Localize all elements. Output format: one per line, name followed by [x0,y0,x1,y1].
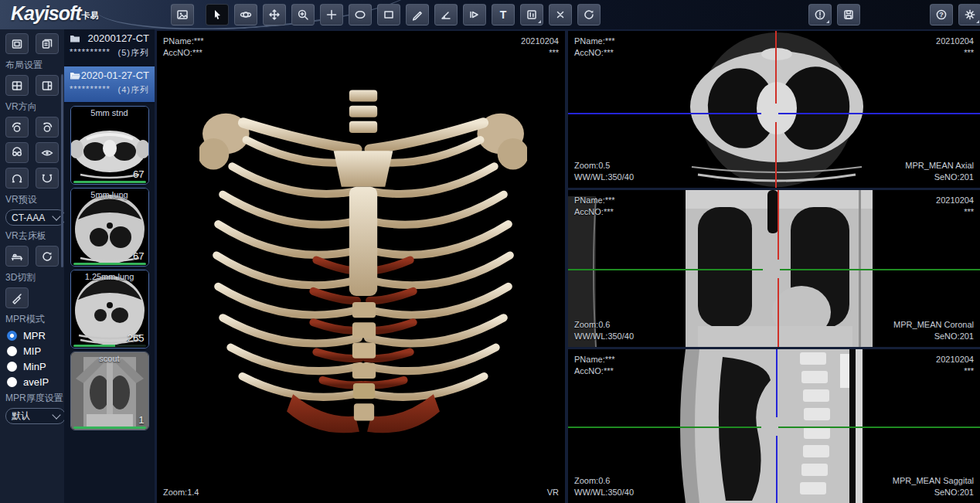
head-bottom-icon [40,172,54,185]
scout-thumbnail-image [71,352,148,430]
crosshair-icon [325,8,338,21]
rect-roi-tool-button[interactable] [377,4,400,25]
layout-1-2-button[interactable] [36,75,59,96]
sagittal-horizontal-reference-line[interactable] [568,427,761,428]
help-button[interactable]: ? [930,4,953,25]
rotate-3d-tool-button[interactable] [234,4,257,25]
crosshair-tool-button[interactable] [320,4,343,25]
mpr-thickness-label: MPR厚度设置 [5,392,64,405]
pan-tool-button[interactable] [263,4,286,25]
arrow-annotation-tool-button[interactable] [463,4,486,25]
text-annotation-tool-button[interactable]: T [492,4,515,25]
head-top-icon [10,172,24,185]
mpr-coronal-viewport[interactable]: PName:***AccNO:*** 20210204*** Zoom:0.6W… [568,190,980,347]
vr-preset-select[interactable]: CT-AAA [5,209,66,226]
sidebar-scrollbar[interactable] [61,74,63,267]
axial-vertical-reference-line[interactable] [775,122,777,188]
study-title: 20200127-CT [88,32,150,44]
study-series-count: (5)序列 [118,47,149,59]
zoom-text: Zoom:0.6 [574,319,634,331]
radio-icon [7,362,17,372]
radio-icon [7,377,17,387]
series-thumbnail-5mm-lung[interactable]: 5mm lung 67 [70,188,149,267]
wwwl-text: WW/WL:350/40 [574,331,634,342]
mpr-mode-radio-minp[interactable]: MinP [7,361,64,372]
study-patient-masked: ********** [70,47,111,59]
axial-horizontal-reference-line[interactable] [568,113,761,114]
radio-label: MIP [23,345,41,357]
radio-icon [7,346,17,356]
study-item-2-selected[interactable]: 2020-01-27-CT **********(4)序列 [64,66,155,104]
study-item-1[interactable]: 20200127-CT **********(5)序列 [64,29,155,66]
mpr-mode-radio-mpr[interactable]: MPR [7,330,64,342]
gear-icon [964,8,976,21]
restore-bed-button[interactable] [36,246,59,267]
mpr-mode-radio-mip[interactable]: MIP [7,345,64,357]
ellipse-roi-tool-button[interactable] [349,4,372,25]
mpr-thickness-value: 默认 [12,410,30,423]
wwwl-text: WW/WL:350/40 [574,172,634,183]
3d-cut-label: 3D切割 [5,271,64,284]
coronal-horizontal-reference-line[interactable] [568,269,763,270]
save-button[interactable] [837,4,860,25]
sagittal-vertical-reference-line[interactable] [776,436,778,503]
vr-view-posterior-button[interactable] [36,142,59,163]
accno-text: AccNO:*** [574,206,615,218]
reset-view-tool-button[interactable] [577,4,601,25]
series-thumbnail-125mm-lung[interactable]: 1.25mm lung 265 [70,270,149,348]
settings-button[interactable] [958,4,980,25]
coronal-vertical-reference-line[interactable] [778,190,779,260]
rotate-3d-icon [240,8,252,21]
remove-bed-button[interactable] [5,246,29,267]
mpr-sagittal-viewport[interactable]: PName:***AccNO:*** 20210204*** Zoom:0.6W… [568,349,980,503]
mpr-thickness-select[interactable]: 默认 [5,408,66,424]
ellipse-icon [354,8,366,21]
series-label-text: MPR_MEAN Saggital [893,475,974,487]
folder-icon [70,34,80,43]
vr-viewport[interactable]: PName:***AccNO:*** 20210204*** Zoom:1.4 … [157,31,565,503]
pname-text: PName:*** [574,36,615,47]
sagittal-vertical-reference-line[interactable] [776,349,778,417]
thumbnail-image-number: 1 [138,414,144,426]
vr-view-rotate-left-button[interactable] [5,117,29,138]
zoom-tool-button[interactable] [291,4,315,25]
axial-series-overlay: MPR_MEAN AxialSeNO:201 [905,160,974,183]
series-thumbnail-scout[interactable]: scout 1 [70,352,149,430]
axial-vertical-reference-line[interactable] [775,31,777,104]
vr-view-anterior-button[interactable] [5,142,29,163]
mpr-mode-radio-aveip[interactable]: aveIP [7,376,64,388]
eye-icon [40,146,54,160]
sagittal-horizontal-reference-line[interactable] [778,427,980,428]
left-control-sidebar: 布局设置 VR方向 VR预设 CT-AAA VR去床板 3D切割 MPR模式 [0,29,64,503]
mpr-axial-viewport[interactable]: PName:***AccNO:*** 20210204*** Zoom:0.5W… [568,31,980,188]
vr-zoom-overlay: Zoom:1.4 [163,487,199,498]
coronal-horizontal-reference-line[interactable] [780,269,980,270]
series-thumbnail-5mm-stnd[interactable]: 5mm stnd 67 [70,106,149,185]
thumbnail-image-number: 265 [128,332,145,344]
vr-preset-value: CT-AAA [12,212,45,223]
cursor-tool-button[interactable] [206,4,229,25]
layout-preset-a-button[interactable] [5,33,29,54]
layout-2x2-button[interactable] [5,75,29,96]
axial-horizontal-reference-line[interactable] [778,113,980,114]
3d-cut-button[interactable] [5,287,29,308]
radio-label: aveIP [23,376,49,388]
about-button[interactable] [808,4,832,25]
axial-study-overlay: 20210204*** [936,36,974,59]
seno-text: SeNO:201 [905,172,974,183]
delete-annotation-tool-button[interactable] [549,4,572,25]
image-tool-button[interactable] [171,4,194,25]
vr-view-head-button[interactable] [5,168,29,189]
coronal-vertical-reference-line[interactable] [778,278,779,347]
help-settings-group: ? [930,4,980,25]
vr-direction-label: VR方向 [5,100,64,114]
length-measure-tool-button[interactable] [406,4,429,25]
save-disk-icon [842,8,855,21]
layout-preset-b-button[interactable] [36,33,59,54]
angle-measure-tool-button[interactable] [434,4,458,25]
app-logo: Kayisoft卡易 [11,2,99,25]
window-level-tool-button[interactable] [520,4,543,25]
vr-view-rotate-right-button[interactable] [36,117,59,138]
cursor-icon [211,8,223,21]
vr-view-feet-button[interactable] [36,168,59,189]
